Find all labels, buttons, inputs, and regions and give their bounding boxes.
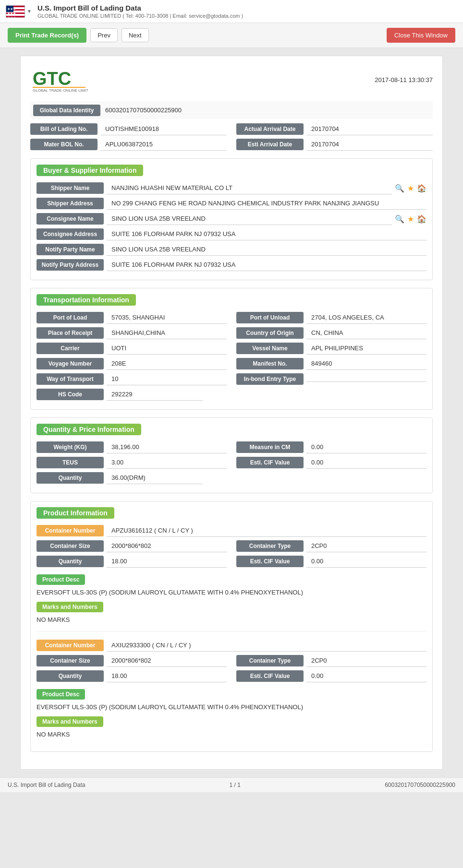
container-type-label-2: Container Type: [236, 655, 304, 666]
container-size-value-1: 2000*806*802: [107, 540, 227, 552]
footer-center: 1 / 1: [230, 782, 241, 788]
inbond-entry-label: In-bond Entry Type: [236, 373, 304, 385]
port-load-unload-row: Port of Load 57035, SHANGHAI Port of Unl…: [37, 311, 426, 324]
notify-party-name-label: Notify Party Name: [37, 244, 104, 255]
transportation-title: Transportation Information: [37, 294, 136, 306]
notify-party-name-row: Notify Party Name SINO LION USA 25B VREE…: [37, 243, 426, 256]
search-icon[interactable]: 🔍: [395, 184, 404, 193]
shipper-name-label: Shipper Name: [37, 182, 104, 194]
esti-arrival-value: 20170704: [306, 138, 433, 151]
shipper-address-row: Shipper Address NO 299 CHANG FENG HE ROA…: [37, 197, 426, 210]
star-icon[interactable]: ★: [407, 184, 414, 193]
quantity-value-c2: 18.00: [107, 670, 227, 682]
container-size-type-row-2: Container Size 2000*806*802 Container Ty…: [37, 654, 426, 667]
consignee-name-row: Consignee Name SINO LION USA 25B VREELAN…: [37, 213, 426, 225]
notify-party-name-value: SINO LION USA 25B VREELAND: [107, 243, 426, 256]
dropdown-arrow[interactable]: ▼: [27, 9, 32, 14]
marks-text-1: NO MARKS: [37, 614, 426, 625]
carrier-value: UOTI: [107, 342, 227, 355]
next-button[interactable]: Next: [122, 28, 149, 42]
weight-kg-value: 38,196.00: [107, 441, 227, 453]
marks-label-1[interactable]: Marks and Numbers: [37, 602, 103, 612]
actual-arrival-value: 20170704: [306, 123, 433, 135]
container-type-value-1: 2CP0: [306, 540, 426, 552]
bol-value: UOTISHME100918: [100, 123, 227, 135]
product-desc-text-2: EVERSOFT ULS-30S (P) (SODIUM LAUROYL GLU…: [37, 702, 426, 713]
container-number-value-1: APZU3616112 ( CN / L / CY ): [107, 524, 426, 537]
vessel-name-label: Vessel Name: [236, 343, 304, 354]
page-header: GTC GLOBAL TRADE ONLINE LIMITED 2017-08-…: [30, 66, 433, 94]
product-desc-label-2[interactable]: Product Desc: [37, 689, 85, 700]
notify-party-address-value: SUITE 106 FLORHAM PARK NJ 07932 USA: [107, 259, 426, 271]
product-desc-label-1[interactable]: Product Desc: [37, 574, 85, 585]
page-footer: U.S. Import Bill of Lading Data 1 / 1 60…: [0, 777, 463, 792]
carrier-label: Carrier: [37, 343, 104, 354]
prev-button[interactable]: Prev: [90, 28, 118, 42]
main-page: GTC GLOBAL TRADE ONLINE LIMITED 2017-08-…: [20, 56, 443, 770]
global-id-row: Global Data Identity 6003201707050000225…: [30, 101, 433, 119]
page-title: U.S. Import Bill of Lading Data: [37, 4, 243, 12]
notify-party-address-row: Notify Party Address SUITE 106 FLORHAM P…: [37, 259, 426, 271]
way-transport-value: 10: [107, 373, 227, 385]
teus-value: 3.00: [107, 456, 227, 469]
esti-cif-label-c1: Esti. CIF Value: [236, 556, 304, 567]
home-icon[interactable]: 🏠: [417, 184, 426, 193]
logo-area: GTC GLOBAL TRADE ONLINE LIMITED: [30, 66, 88, 94]
mater-bol-value: APLU063872015: [100, 138, 227, 151]
marks-text-2: NO MARKS: [37, 729, 426, 740]
container-number-row-1: Container Number APZU3616112 ( CN / L / …: [37, 524, 426, 537]
measure-cm-value: 0.00: [306, 441, 426, 453]
esti-cif-value-1: 0.00: [306, 456, 426, 469]
footer-left: U.S. Import Bill of Lading Data: [8, 782, 85, 788]
hs-code-label: HS Code: [37, 389, 104, 400]
place-receipt-value: SHANGHAI,CHINA: [107, 327, 227, 339]
container-number-value-2: AXIU2933300 ( CN / L / CY ): [107, 639, 426, 652]
esti-cif-label-1: Esti. CIF Value: [236, 457, 304, 468]
actual-arrival-label: Actual Arrival Date: [236, 123, 304, 135]
voyage-number-value: 208E: [107, 357, 227, 370]
hs-code-value: 292229: [107, 388, 203, 401]
consignee-name-value: SINO LION USA 25B VREELAND: [107, 213, 392, 225]
container-size-value-2: 2000*806*802: [107, 654, 227, 667]
weight-measure-row: Weight (KG) 38,196.00 Measure in CM 0.00: [37, 441, 426, 453]
container-type-label-1: Container Type: [236, 540, 304, 552]
quantity-value-c1: 18.00: [107, 555, 227, 568]
container-size-label-1: Container Size: [37, 540, 104, 552]
container-size-label-2: Container Size: [37, 655, 104, 666]
product-desc-text-1: EVERSOFT ULS-30S (P) (SODIUM LAUROYL GLU…: [37, 587, 426, 598]
mater-bol-field: Mater BOL No. APLU063872015: [30, 138, 227, 151]
star-icon-2[interactable]: ★: [407, 214, 414, 224]
container-number-row-2: Container Number AXIU2933300 ( CN / L / …: [37, 639, 426, 652]
esti-arrival-label: Esti Arrival Date: [236, 139, 304, 150]
print-button[interactable]: Print Trade Record(s): [8, 28, 86, 43]
timestamp: 2017-08-11 13:30:37: [375, 76, 433, 83]
consignee-name-label: Consignee Name: [37, 213, 104, 225]
consignee-address-row: Consignee Address SUITE 106 FLORHAM PARK…: [37, 228, 426, 240]
quantity-label-c1: Quantity: [37, 556, 104, 567]
qty-price-section: Quantity & Price Information Weight (KG)…: [30, 417, 433, 493]
buyer-supplier-section: Buyer & Supplier Information Shipper Nam…: [30, 158, 433, 280]
way-transport-label: Way of Transport: [37, 373, 104, 385]
transportation-section: Transportation Information Port of Load …: [30, 288, 433, 410]
shipper-name-row: Shipper Name NANJING HUASHI NEW MATERIAL…: [37, 182, 426, 194]
shipper-address-value: NO 299 CHANG FENG HE ROAD NANJING CHEMIC…: [107, 197, 426, 210]
manifest-no-label: Manifest No.: [236, 358, 304, 369]
page-subtitle: GLOBAL TRADE ONLINE LIMITED ( Tel: 400-7…: [37, 13, 243, 19]
mater-bol-row: Mater BOL No. APLU063872015 Esti Arrival…: [30, 138, 433, 151]
measure-cm-label: Measure in CM: [236, 441, 304, 453]
home-icon-2[interactable]: 🏠: [417, 214, 426, 224]
port-load-value: 57035, SHANGHAI: [107, 311, 227, 324]
logo-svg: GTC GLOBAL TRADE ONLINE LIMITED: [30, 66, 88, 92]
port-unload-value: 2704, LOS ANGELES, CA: [306, 311, 426, 324]
search-icon-2[interactable]: 🔍: [395, 214, 404, 224]
marks-label-2[interactable]: Marks and Numbers: [37, 716, 103, 727]
receipt-origin-row: Place of Receipt SHANGHAI,CHINA Country …: [37, 327, 426, 339]
container-size-type-row-1: Container Size 2000*806*802 Container Ty…: [37, 540, 426, 552]
top-bar: ★★★★★★★★★ ▼ U.S. Import Bill of Lading D…: [0, 0, 463, 23]
quantity-label-c2: Quantity: [37, 670, 104, 682]
voyage-manifest-row: Voyage Number 208E Manifest No. 849460: [37, 357, 426, 370]
global-id-label: Global Data Identity: [33, 105, 100, 116]
carrier-vessel-row: Carrier UOTI Vessel Name APL PHILIPPINES: [37, 342, 426, 355]
close-button[interactable]: Close This Window: [387, 28, 455, 43]
esti-arrival-field: Esti Arrival Date 20170704: [236, 138, 433, 151]
